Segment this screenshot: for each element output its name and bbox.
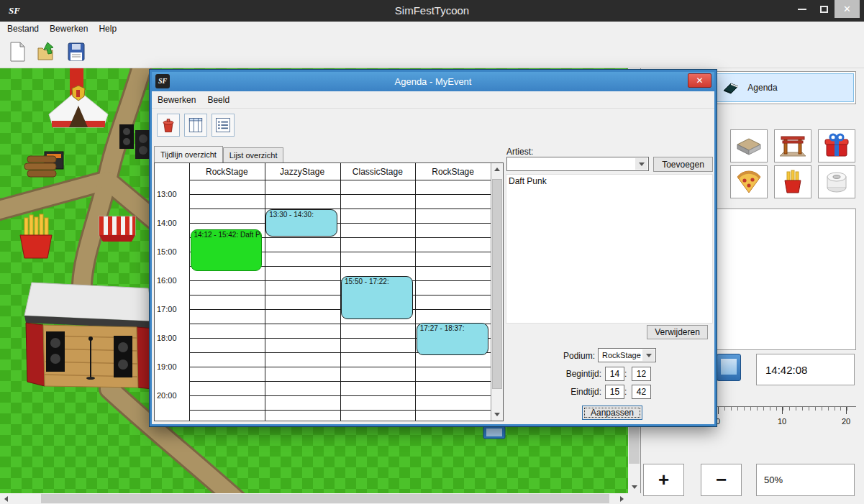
dialog-title-bar: SF Agenda - MyEvent ✕ bbox=[152, 72, 714, 91]
artist-list-item[interactable]: Daft Punk bbox=[506, 175, 712, 188]
time-label: 16:00 bbox=[157, 276, 177, 285]
schedule-time-gutter: 13:0014:0015:0016:0017:0018:0019:0020:00 bbox=[155, 180, 189, 421]
time-separator: : bbox=[624, 369, 627, 379]
schedule-event[interactable]: 14:12 - 15:42: Daft Punk bbox=[191, 229, 263, 271]
shop-item-pizza[interactable] bbox=[730, 165, 768, 198]
close-icon: ✕ bbox=[696, 75, 703, 86]
title-bar: SF SimFestTycoon ✕ bbox=[0, 0, 864, 22]
zoom-in-button[interactable]: + bbox=[643, 464, 684, 496]
scrollbar-corner bbox=[628, 493, 640, 504]
floor-tile-icon bbox=[733, 132, 765, 160]
time-label: 19:00 bbox=[157, 362, 177, 371]
display-icon bbox=[717, 354, 741, 381]
zoom-value-field[interactable]: 50% bbox=[756, 464, 855, 496]
fries-stand bbox=[20, 214, 52, 258]
clock-display: 14:42:08 bbox=[756, 354, 855, 385]
schedule-scrollbar[interactable] bbox=[491, 163, 503, 421]
scroll-left-button[interactable] bbox=[0, 493, 12, 504]
clock-value: 14:42:08 bbox=[765, 364, 807, 376]
timeline-view-button[interactable] bbox=[184, 114, 207, 137]
scroll-right-button[interactable] bbox=[616, 493, 628, 504]
shop-item-floor-tile[interactable] bbox=[730, 129, 768, 162]
podium-label: Podium: bbox=[540, 351, 595, 361]
list-view-icon bbox=[214, 116, 232, 134]
schedule-event[interactable]: 15:50 - 17:22: bbox=[341, 276, 413, 319]
menu-bewerken[interactable]: Bewerken bbox=[50, 24, 88, 34]
schedule-scroll-down-button[interactable] bbox=[491, 408, 503, 421]
dialog-toolbar bbox=[152, 109, 714, 143]
dialog-menu-beeld[interactable]: Beeld bbox=[207, 95, 229, 105]
end-minute-input[interactable] bbox=[632, 385, 651, 399]
close-button[interactable]: ✕ bbox=[835, 0, 860, 18]
tab-timeline-overview[interactable]: Tijdlijn overzicht bbox=[154, 146, 223, 162]
remove-artist-button[interactable]: Verwijderen bbox=[647, 325, 708, 339]
agenda-label: Agenda bbox=[747, 83, 777, 93]
agenda-book-icon bbox=[722, 81, 740, 95]
shop-item-toilet-roll[interactable] bbox=[818, 165, 855, 198]
maximize-button[interactable] bbox=[813, 0, 835, 18]
main-toolbar bbox=[0, 36, 864, 68]
dialog-close-button[interactable]: ✕ bbox=[688, 73, 711, 88]
application-window: SF SimFestTycoon ✕ Bestand Bewerken Help bbox=[0, 0, 864, 504]
tab-list-overview[interactable]: Lijst overzicht bbox=[223, 147, 284, 162]
end-hour-input[interactable] bbox=[605, 385, 624, 399]
window-title: SimFestTycoon bbox=[0, 0, 864, 22]
add-artist-button[interactable]: Toevoegen bbox=[653, 157, 713, 172]
podium-combobox[interactable]: RockStage bbox=[598, 348, 656, 362]
shop-item-gift[interactable] bbox=[818, 129, 855, 162]
menu-help[interactable]: Help bbox=[99, 24, 117, 34]
time-label: 13:00 bbox=[157, 190, 177, 198]
apply-button[interactable]: Aanpassen bbox=[582, 406, 642, 420]
dialog-title: Agenda - MyEvent bbox=[152, 72, 714, 91]
schedule-header: RockStageJazzyStageClassicStageRockStage bbox=[155, 163, 503, 180]
dropdown-arrow bbox=[642, 349, 655, 361]
list-view-button[interactable] bbox=[212, 114, 235, 137]
schedule-event[interactable]: 13:30 - 14:30: bbox=[265, 209, 337, 237]
begin-minute-input[interactable] bbox=[632, 367, 651, 381]
schedule-event[interactable]: 17:27 - 18:37: bbox=[417, 323, 488, 355]
dialog-menu-bewerken[interactable]: Bewerken bbox=[158, 95, 196, 105]
end-time-label: Eindtijd: bbox=[529, 387, 601, 397]
shop-item-fries[interactable] bbox=[774, 165, 811, 198]
fries-icon bbox=[777, 168, 809, 196]
agenda-dialog: SF Agenda - MyEvent ✕ Bewerken Beeld bbox=[150, 70, 717, 426]
time-label: 18:00 bbox=[157, 334, 177, 342]
artist-combo-value bbox=[507, 157, 648, 160]
shop-item-stage-gate[interactable] bbox=[774, 129, 811, 162]
new-file-button[interactable] bbox=[6, 40, 28, 63]
delete-event-button[interactable] bbox=[157, 114, 180, 137]
open-file-icon bbox=[37, 41, 57, 63]
begin-hour-input[interactable] bbox=[605, 367, 624, 381]
log-stand bbox=[24, 152, 63, 177]
schedule-scroll-up-button[interactable] bbox=[491, 163, 503, 175]
save-floppy-icon bbox=[67, 42, 86, 62]
schedule-scroll-thumb[interactable] bbox=[492, 179, 502, 389]
time-label: 15:00 bbox=[157, 247, 177, 256]
arrow-down-icon bbox=[494, 413, 500, 416]
begin-time-label: Begintijd: bbox=[529, 369, 601, 379]
scroll-down-button[interactable] bbox=[628, 481, 640, 493]
schedule-column-header: ClassicStage bbox=[340, 163, 416, 180]
main-stage bbox=[24, 283, 155, 389]
schedule-grid: RockStageJazzyStageClassicStageRockStage… bbox=[154, 162, 504, 421]
menu-bestand[interactable]: Bestand bbox=[7, 24, 39, 34]
minimize-icon bbox=[798, 9, 806, 10]
minimize-button[interactable] bbox=[791, 0, 813, 18]
pizza-icon bbox=[733, 168, 765, 196]
arrow-down-icon bbox=[632, 485, 637, 489]
zoom-out-button[interactable]: − bbox=[701, 464, 742, 496]
artist-listbox[interactable]: Daft Punk bbox=[506, 174, 713, 324]
artist-combobox[interactable] bbox=[506, 157, 649, 171]
time-label: 17:00 bbox=[157, 305, 177, 313]
stage-gate-icon bbox=[777, 132, 809, 160]
close-icon: ✕ bbox=[843, 4, 851, 14]
map-horizontal-scrollbar[interactable] bbox=[0, 493, 628, 504]
window-buttons: ✕ bbox=[791, 0, 860, 18]
schedule-column-header: RockStage bbox=[415, 163, 491, 180]
save-file-button[interactable] bbox=[65, 40, 87, 63]
dropdown-arrow bbox=[635, 158, 647, 170]
tent bbox=[49, 86, 108, 127]
horizontal-scroll-thumb[interactable] bbox=[41, 494, 609, 503]
open-file-button[interactable] bbox=[36, 40, 58, 63]
gutter-spacer bbox=[155, 163, 189, 180]
